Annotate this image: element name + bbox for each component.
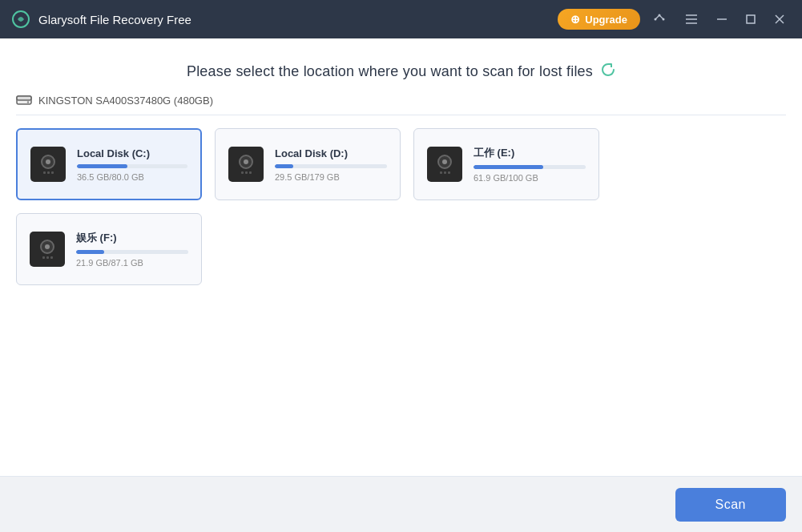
disk-info-e: 工作 (E:) 61.9 GB/100 GB	[474, 146, 586, 183]
disk-center-dot-e	[442, 159, 447, 164]
disk-size-c: 36.5 GB/80.0 GB	[77, 172, 187, 182]
page-header: Please select the location where you wan…	[0, 38, 802, 94]
disk-icon-c	[30, 147, 66, 182]
maximize-icon	[746, 14, 756, 24]
dot1e	[440, 171, 442, 174]
refresh-icon	[601, 62, 615, 77]
footer: Scan	[0, 476, 802, 532]
disk-usage-fill-f	[76, 250, 104, 254]
app-title: Glarysoft File Recovery Free	[38, 13, 191, 26]
disk-usage-bar-c	[77, 164, 187, 168]
disk-center-dot-d	[244, 159, 248, 164]
drive-section: KINGSTON SA400S37480G (480GB) Local	[0, 94, 802, 476]
disk-bottom-dots-e	[440, 171, 450, 174]
dot3	[51, 171, 54, 174]
disk-size-d: 29.5 GB/179 GB	[275, 172, 387, 182]
app-logo-icon	[11, 10, 30, 29]
drive-name: KINGSTON SA400S37480G (480GB)	[38, 95, 213, 107]
disk-item-d[interactable]: Local Disk (D:) 29.5 GB/179 GB	[215, 128, 401, 200]
svg-line-5	[659, 15, 663, 19]
share-icon	[653, 13, 666, 26]
disk-usage-bar-e	[474, 165, 586, 169]
main-content: Please select the location where you wan…	[0, 38, 802, 476]
dot2f	[46, 256, 49, 259]
disk-info-f: 娱乐 (F:) 21.9 GB/87.1 GB	[76, 231, 188, 268]
disk-item-c[interactable]: Local Disk (C:) 36.5 GB/80.0 GB	[16, 128, 202, 200]
maximize-button[interactable]	[740, 11, 762, 27]
upgrade-button[interactable]: ⊕ Upgrade	[558, 9, 640, 30]
dot1d	[241, 171, 244, 174]
drive-label: KINGSTON SA400S37480G (480GB)	[16, 94, 786, 115]
disk-center-dot	[46, 159, 50, 164]
dot3f	[50, 256, 53, 259]
dot1f	[42, 256, 45, 259]
close-button[interactable]	[768, 11, 791, 27]
disk-bottom-dots-f	[42, 256, 53, 259]
disk-usage-bar-f	[76, 250, 188, 254]
dot3e	[448, 171, 450, 174]
disk-item-f[interactable]: 娱乐 (F:) 21.9 GB/87.1 GB	[16, 213, 202, 285]
svg-rect-14	[17, 96, 31, 100]
disk-circle-d	[239, 155, 253, 169]
refresh-button[interactable]	[601, 62, 615, 81]
disk-info-c: Local Disk (C:) 36.5 GB/80.0 GB	[77, 147, 187, 182]
upgrade-icon: ⊕	[570, 13, 580, 26]
dot2	[47, 171, 50, 174]
scan-button[interactable]: Scan	[675, 488, 786, 522]
disk-circle-f	[40, 240, 54, 254]
svg-line-4	[655, 15, 659, 19]
disk-usage-fill-c	[77, 164, 127, 168]
disk-grid: Local Disk (C:) 36.5 GB/80.0 GB	[16, 128, 786, 301]
disk-center-dot-f	[45, 244, 50, 249]
disk-usage-fill-e	[474, 165, 543, 169]
disk-item-e[interactable]: 工作 (E:) 61.9 GB/100 GB	[413, 128, 599, 200]
disk-icon-d	[228, 147, 264, 182]
disk-name-f: 娱乐 (F:)	[76, 231, 188, 245]
dot3d	[249, 171, 252, 174]
disk-name-c: Local Disk (C:)	[77, 147, 187, 159]
dot2d	[245, 171, 248, 174]
share-button[interactable]	[647, 10, 672, 29]
disk-name-d: Local Disk (D:)	[275, 147, 387, 159]
page-title: Please select the location where you wan…	[187, 63, 593, 80]
svg-point-15	[27, 101, 29, 103]
title-bar: Glarysoft File Recovery Free ⊕ Upgrade	[0, 0, 802, 38]
disk-name-e: 工作 (E:)	[474, 146, 586, 160]
disk-usage-fill-d	[275, 164, 293, 168]
dot2e	[444, 171, 446, 174]
svg-rect-10	[747, 15, 755, 23]
disk-circle	[41, 155, 55, 169]
minimize-button[interactable]	[711, 15, 733, 23]
disk-usage-bar-d	[275, 164, 387, 168]
disk-size-f: 21.9 GB/87.1 GB	[76, 258, 188, 268]
disk-size-e: 61.9 GB/100 GB	[474, 173, 586, 183]
menu-icon	[685, 14, 698, 25]
drive-icon	[16, 94, 32, 107]
disk-bottom-dots-d	[241, 171, 252, 174]
disk-circle-e	[437, 155, 452, 169]
title-bar-right: ⊕ Upgrade	[558, 9, 791, 30]
minimize-icon	[717, 18, 727, 20]
menu-button[interactable]	[679, 10, 704, 28]
disk-icon-e	[427, 147, 462, 182]
disk-info-d: Local Disk (D:) 29.5 GB/179 GB	[275, 147, 387, 182]
title-bar-left: Glarysoft File Recovery Free	[11, 10, 558, 29]
disk-bottom-dots	[43, 171, 54, 174]
disk-icon-f	[30, 232, 65, 267]
dot1	[43, 171, 46, 174]
close-icon	[775, 14, 784, 24]
